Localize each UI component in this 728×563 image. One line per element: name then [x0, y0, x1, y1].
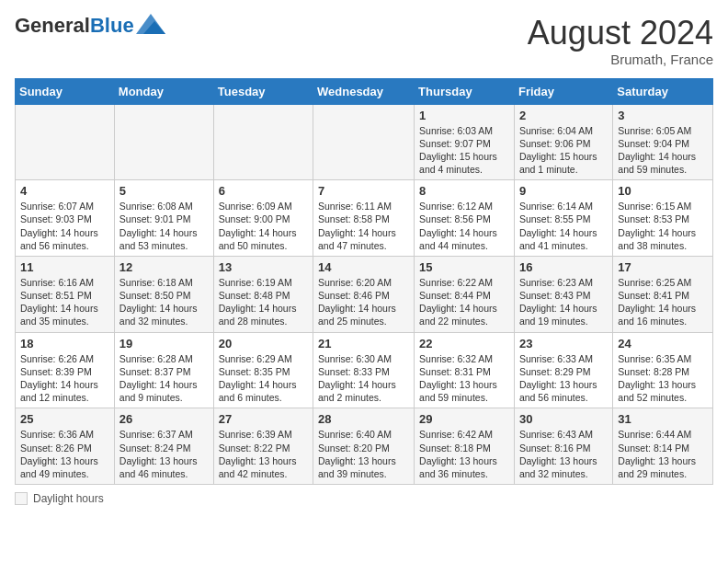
calendar-table: SundayMondayTuesdayWednesdayThursdayFrid… [15, 78, 713, 485]
calendar-cell: 15Sunrise: 6:22 AM Sunset: 8:44 PM Dayli… [415, 256, 515, 332]
title-block: August 2024 Brumath, France [528, 15, 713, 67]
calendar-cell: 12Sunrise: 6:18 AM Sunset: 8:50 PM Dayli… [114, 256, 213, 332]
calendar-cell: 30Sunrise: 6:43 AM Sunset: 8:16 PM Dayli… [514, 408, 612, 485]
day-number: 5 [119, 184, 209, 198]
calendar-cell: 29Sunrise: 6:42 AM Sunset: 8:18 PM Dayli… [415, 408, 515, 485]
day-number: 31 [618, 412, 708, 426]
calendar-cell: 21Sunrise: 6:30 AM Sunset: 8:33 PM Dayli… [313, 332, 415, 408]
calendar-cell: 7Sunrise: 6:11 AM Sunset: 8:58 PM Daylig… [313, 180, 415, 257]
day-number: 19 [119, 337, 209, 350]
day-info: Sunrise: 6:25 AM Sunset: 8:41 PM Dayligh… [618, 276, 708, 328]
day-number: 21 [318, 337, 409, 350]
day-info: Sunrise: 6:03 AM Sunset: 9:07 PM Dayligh… [419, 124, 509, 177]
logo: GeneralBlue [15, 15, 165, 37]
day-info: Sunrise: 6:15 AM Sunset: 8:53 PM Dayligh… [618, 200, 708, 252]
calendar-cell: 25Sunrise: 6:36 AM Sunset: 8:26 PM Dayli… [16, 408, 115, 485]
day-number: 9 [519, 184, 608, 198]
day-info: Sunrise: 6:22 AM Sunset: 8:44 PM Dayligh… [419, 276, 509, 328]
day-number: 25 [20, 412, 109, 426]
legend-box [15, 492, 28, 505]
calendar-cell: 26Sunrise: 6:37 AM Sunset: 8:24 PM Dayli… [114, 408, 213, 485]
week-row-5: 25Sunrise: 6:36 AM Sunset: 8:26 PM Dayli… [16, 408, 713, 485]
day-number: 4 [20, 184, 109, 198]
logo-text: GeneralBlue [15, 15, 134, 37]
day-number: 12 [119, 260, 209, 274]
column-header-wednesday: Wednesday [313, 78, 415, 104]
day-info: Sunrise: 6:37 AM Sunset: 8:24 PM Dayligh… [119, 428, 209, 480]
day-number: 2 [519, 109, 608, 122]
legend: Daylight hours [15, 492, 713, 505]
day-info: Sunrise: 6:09 AM Sunset: 9:00 PM Dayligh… [219, 200, 308, 252]
month-title: August 2024 [528, 15, 713, 52]
calendar-cell: 11Sunrise: 6:16 AM Sunset: 8:51 PM Dayli… [16, 256, 115, 332]
week-row-3: 11Sunrise: 6:16 AM Sunset: 8:51 PM Dayli… [16, 256, 713, 332]
calendar-cell: 22Sunrise: 6:32 AM Sunset: 8:31 PM Dayli… [415, 332, 515, 408]
day-number: 20 [219, 337, 308, 350]
day-number: 26 [119, 412, 209, 426]
day-info: Sunrise: 6:36 AM Sunset: 8:26 PM Dayligh… [20, 428, 109, 480]
day-info: Sunrise: 6:12 AM Sunset: 8:56 PM Dayligh… [419, 200, 509, 252]
calendar-cell: 27Sunrise: 6:39 AM Sunset: 8:22 PM Dayli… [213, 408, 313, 485]
day-number: 1 [419, 109, 509, 122]
day-number: 11 [20, 260, 109, 274]
location-subtitle: Brumath, France [528, 52, 713, 67]
day-info: Sunrise: 6:35 AM Sunset: 8:28 PM Dayligh… [618, 352, 708, 405]
day-info: Sunrise: 6:44 AM Sunset: 8:14 PM Dayligh… [618, 428, 708, 480]
calendar-cell: 5Sunrise: 6:08 AM Sunset: 9:01 PM Daylig… [114, 180, 213, 257]
week-row-1: 1Sunrise: 6:03 AM Sunset: 9:07 PM Daylig… [16, 104, 713, 180]
day-info: Sunrise: 6:16 AM Sunset: 8:51 PM Dayligh… [20, 276, 109, 328]
day-info: Sunrise: 6:42 AM Sunset: 8:18 PM Dayligh… [419, 428, 509, 480]
week-row-2: 4Sunrise: 6:07 AM Sunset: 9:03 PM Daylig… [16, 180, 713, 257]
day-number: 27 [219, 412, 308, 426]
calendar-cell: 8Sunrise: 6:12 AM Sunset: 8:56 PM Daylig… [415, 180, 515, 257]
page-header: GeneralBlue August 2024 Brumath, France [15, 15, 713, 67]
calendar-cell: 10Sunrise: 6:15 AM Sunset: 8:53 PM Dayli… [613, 180, 713, 257]
calendar-cell: 1Sunrise: 6:03 AM Sunset: 9:07 PM Daylig… [415, 104, 515, 180]
day-number: 15 [419, 260, 509, 274]
day-number: 6 [219, 184, 308, 198]
day-info: Sunrise: 6:43 AM Sunset: 8:16 PM Dayligh… [519, 428, 608, 480]
calendar-cell: 14Sunrise: 6:20 AM Sunset: 8:46 PM Dayli… [313, 256, 415, 332]
day-info: Sunrise: 6:40 AM Sunset: 8:20 PM Dayligh… [318, 428, 409, 480]
day-info: Sunrise: 6:33 AM Sunset: 8:29 PM Dayligh… [519, 352, 608, 405]
day-number: 22 [419, 337, 509, 350]
day-number: 16 [519, 260, 608, 274]
calendar-cell: 19Sunrise: 6:28 AM Sunset: 8:37 PM Dayli… [114, 332, 213, 408]
calendar-cell: 28Sunrise: 6:40 AM Sunset: 8:20 PM Dayli… [313, 408, 415, 485]
column-header-monday: Monday [114, 78, 213, 104]
day-info: Sunrise: 6:32 AM Sunset: 8:31 PM Dayligh… [419, 352, 509, 405]
calendar-cell: 23Sunrise: 6:33 AM Sunset: 8:29 PM Dayli… [514, 332, 612, 408]
calendar-cell: 4Sunrise: 6:07 AM Sunset: 9:03 PM Daylig… [16, 180, 115, 257]
column-header-tuesday: Tuesday [213, 78, 313, 104]
calendar-cell: 24Sunrise: 6:35 AM Sunset: 8:28 PM Dayli… [613, 332, 713, 408]
calendar-cell: 13Sunrise: 6:19 AM Sunset: 8:48 PM Dayli… [213, 256, 313, 332]
logo-icon [136, 14, 165, 34]
day-number: 18 [20, 337, 109, 350]
day-info: Sunrise: 6:05 AM Sunset: 9:04 PM Dayligh… [618, 124, 708, 177]
day-info: Sunrise: 6:29 AM Sunset: 8:35 PM Dayligh… [219, 352, 308, 405]
day-number: 30 [519, 412, 608, 426]
calendar-cell [16, 104, 115, 180]
day-info: Sunrise: 6:28 AM Sunset: 8:37 PM Dayligh… [119, 352, 209, 405]
day-info: Sunrise: 6:07 AM Sunset: 9:03 PM Dayligh… [20, 200, 109, 252]
column-header-sunday: Sunday [16, 78, 115, 104]
calendar-cell: 17Sunrise: 6:25 AM Sunset: 8:41 PM Dayli… [613, 256, 713, 332]
column-header-friday: Friday [514, 78, 612, 104]
day-info: Sunrise: 6:08 AM Sunset: 9:01 PM Dayligh… [119, 200, 209, 252]
day-number: 17 [618, 260, 708, 274]
day-number: 24 [618, 337, 708, 350]
day-info: Sunrise: 6:19 AM Sunset: 8:48 PM Dayligh… [219, 276, 308, 328]
calendar-header-row: SundayMondayTuesdayWednesdayThursdayFrid… [16, 78, 713, 104]
day-info: Sunrise: 6:18 AM Sunset: 8:50 PM Dayligh… [119, 276, 209, 328]
day-info: Sunrise: 6:23 AM Sunset: 8:43 PM Dayligh… [519, 276, 608, 328]
calendar-cell [313, 104, 415, 180]
day-number: 23 [519, 337, 608, 350]
calendar-cell [213, 104, 313, 180]
column-header-saturday: Saturday [613, 78, 713, 104]
calendar-cell: 3Sunrise: 6:05 AM Sunset: 9:04 PM Daylig… [613, 104, 713, 180]
day-info: Sunrise: 6:26 AM Sunset: 8:39 PM Dayligh… [20, 352, 109, 405]
calendar-cell: 2Sunrise: 6:04 AM Sunset: 9:06 PM Daylig… [514, 104, 612, 180]
calendar-cell: 6Sunrise: 6:09 AM Sunset: 9:00 PM Daylig… [213, 180, 313, 257]
day-info: Sunrise: 6:11 AM Sunset: 8:58 PM Dayligh… [318, 200, 409, 252]
calendar-cell: 31Sunrise: 6:44 AM Sunset: 8:14 PM Dayli… [613, 408, 713, 485]
